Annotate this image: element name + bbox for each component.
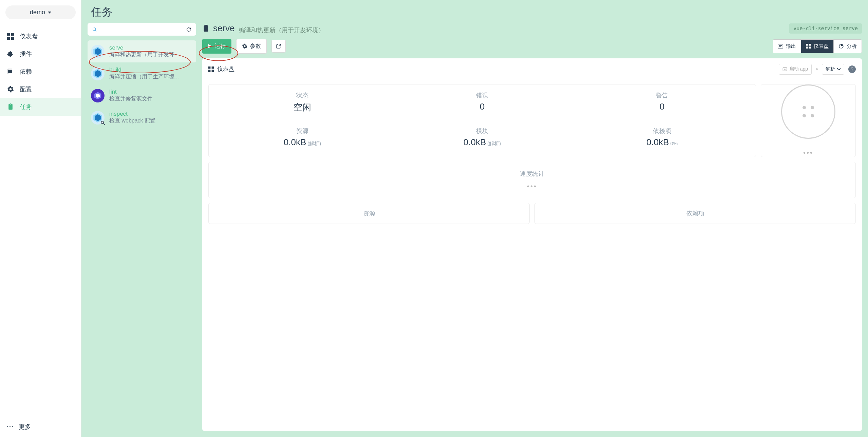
donut-chart [781,84,835,139]
play-icon [208,44,212,48]
separator-dot [816,68,818,70]
view-label: 分析 [847,43,857,50]
dashboard-panel: 仪表盘 启动 app 解析 [202,58,862,431]
stat-value: 空闲 [215,101,389,113]
detail-subtitle: 编译和热更新（用于开发环境） [239,26,324,34]
action-row: 运行 参数 [202,39,862,54]
stat-label: 依赖项 [575,127,749,135]
svg-rect-22 [809,46,811,49]
sidebar: demo 仪表盘 插件 依赖 [0,0,81,437]
svg-rect-20 [809,44,811,46]
stat-warnings: 警告 0 [575,91,749,113]
run-button[interactable]: 运行 [202,39,231,54]
bottom-label: 依赖项 [686,210,704,217]
view-label: 仪表盘 [813,43,829,50]
main: 任务 [81,0,868,437]
speed-title: 速度统计 [216,170,848,178]
webpack-icon [91,45,105,58]
open-external-button[interactable] [271,40,286,53]
view-dashboard[interactable]: 仪表盘 [801,40,833,53]
gear-icon [242,43,247,49]
dashboard-icon [806,44,811,49]
nav-label: 依赖 [20,68,32,76]
stat-status: 状态 空闲 [215,91,389,113]
bottom-deps-panel: 依赖项 [534,203,856,224]
nav-label: 仪表盘 [20,32,38,40]
task-desc: 编译和热更新（用于开发环... [109,51,193,58]
svg-line-15 [103,123,105,125]
run-label: 运行 [215,43,226,50]
params-label: 参数 [250,43,261,50]
speed-panel: 速度统计 ••• [208,162,856,198]
bottom-label: 资源 [363,210,375,217]
svg-rect-21 [806,46,808,49]
launch-app-button[interactable]: 启动 app [779,64,812,75]
output-icon [778,44,783,49]
view-analyze[interactable]: 分析 [833,40,862,53]
ellipsis-icon: ••• [216,183,848,190]
donut-card: ••• [761,84,856,157]
chevron-down-icon [837,68,841,70]
svg-rect-25 [212,66,214,69]
svg-rect-26 [208,70,210,72]
page-title: 任务 [91,5,858,20]
dashboard-icon [208,66,214,72]
search-input[interactable] [100,26,183,32]
svg-rect-0 [7,33,10,36]
task-name: inspect [109,111,193,117]
page-header: 任务 [81,0,868,23]
clipboard-icon [7,103,14,111]
open-in-browser-icon [782,67,787,72]
clipboard-icon [202,25,210,32]
collections-icon [7,68,14,75]
stat-label: 状态 [215,91,389,99]
command-chip: vue-cli-service serve [789,23,862,34]
panel-title: 仪表盘 [217,65,234,73]
nav-plugins[interactable]: 插件 [0,45,81,63]
eslint-icon [91,89,105,102]
nav-config[interactable]: 配置 [0,80,81,98]
nav-dashboard[interactable]: 仪表盘 [0,27,81,45]
stat-value: 0 [395,101,569,112]
stat-deps: 依赖项 0.0kB0% [575,127,749,148]
stat-sub: (解析) [487,140,501,146]
view-label: 输出 [786,43,796,50]
stats-card: 状态 空闲 错误 0 警告 0 [208,84,756,157]
task-item-build[interactable]: build 编译并压缩（用于生产环境... [88,62,196,84]
analyze-icon [838,43,844,49]
stat-label: 模块 [395,127,569,135]
task-item-inspect[interactable]: inspect 检查 webpack 配置 [88,107,196,129]
open-external-icon [276,43,281,49]
view-output[interactable]: 输出 [773,40,801,53]
parse-select[interactable]: 解析 [822,64,844,75]
svg-rect-3 [11,37,14,40]
svg-rect-2 [7,37,10,40]
task-detail: serve 编译和热更新（用于开发环境） vue-cli-service ser… [202,23,862,431]
bottom-assets-panel: 资源 [208,203,530,224]
stat-label: 警告 [575,91,749,99]
nav-label: 更多 [19,423,31,431]
more-icon: ··· [7,423,14,431]
task-item-serve[interactable]: serve 编译和热更新（用于开发环... [88,40,196,62]
stat-sub: 0% [670,140,678,146]
nav-tasks[interactable]: 任务 [0,98,81,116]
stat-label: 错误 [395,91,569,99]
svg-rect-27 [212,70,214,72]
nav-more[interactable]: ··· 更多 [0,417,81,437]
refresh-icon[interactable] [186,27,191,32]
params-button[interactable]: 参数 [236,39,267,54]
task-desc: 检查 webpack 配置 [109,117,193,125]
stat-sub: (解析) [307,140,321,146]
project-name: demo [30,9,45,16]
view-toggle: 输出 仪表盘 分析 [773,39,862,53]
parse-label: 解析 [826,66,835,72]
svg-point-4 [93,27,96,30]
task-item-lint[interactable]: lint 检查并修复源文件 [88,84,196,107]
project-selector[interactable]: demo [5,5,76,19]
help-icon[interactable]: ? [848,65,856,73]
webpack-search-icon [91,111,105,125]
search-icon [92,27,97,32]
nav-label: 任务 [20,103,32,111]
nav-deps[interactable]: 依赖 [0,63,81,80]
stat-value: 0 [575,101,749,112]
